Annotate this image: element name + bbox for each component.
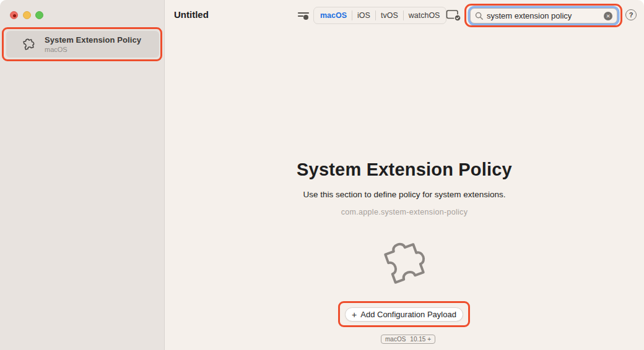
tab-tvos[interactable]: tvOS bbox=[376, 11, 403, 20]
platform-segmented-control: macOS iOS tvOS watchOS bbox=[313, 7, 446, 24]
add-configuration-payload-button[interactable]: + Add Configuration Payload bbox=[345, 307, 463, 322]
tab-watchos[interactable]: watchOS bbox=[404, 11, 445, 20]
help-button[interactable]: ? bbox=[625, 9, 637, 20]
puzzle-piece-icon bbox=[20, 36, 37, 53]
document-title: Untitled bbox=[174, 9, 209, 20]
sidebar-item-subtitle: macOS bbox=[45, 46, 141, 53]
sidebar-item-system-extension-policy[interactable]: System Extension Policy macOS bbox=[6, 31, 159, 58]
add-button-label: Add Configuration Payload bbox=[360, 310, 456, 319]
payload-description: Use this section to define policy for sy… bbox=[165, 190, 644, 199]
payload-identifier: com.apple.system-extension-policy bbox=[165, 208, 644, 216]
tab-macos[interactable]: macOS bbox=[315, 11, 352, 20]
puzzle-piece-icon-large bbox=[373, 234, 435, 293]
availability-badge: macOS 10.15 + bbox=[381, 335, 435, 344]
availability-version: 10.15 + bbox=[410, 336, 431, 343]
search-icon bbox=[475, 12, 484, 20]
clear-search-icon[interactable]: ✕ bbox=[604, 12, 612, 20]
search-field[interactable]: ✕ bbox=[470, 8, 617, 23]
filter-icon[interactable] bbox=[297, 9, 310, 22]
minimize-window-button[interactable] bbox=[23, 11, 31, 19]
device-check-icon[interactable] bbox=[446, 8, 461, 22]
tab-ios[interactable]: iOS bbox=[352, 11, 375, 20]
sidebar-item-title: System Extension Policy bbox=[45, 35, 141, 45]
close-window-button[interactable] bbox=[10, 11, 18, 19]
payload-title: System Extension Policy bbox=[165, 160, 644, 180]
zoom-window-button[interactable] bbox=[35, 11, 43, 19]
availability-platform: macOS bbox=[385, 336, 406, 343]
app-window: System Extension Policy macOS Untitled m… bbox=[0, 0, 644, 350]
payload-content: System Extension Policy Use this section… bbox=[165, 30, 644, 350]
sidebar: System Extension Policy macOS bbox=[0, 0, 165, 350]
plus-icon: + bbox=[352, 310, 357, 320]
search-input[interactable] bbox=[487, 11, 604, 20]
